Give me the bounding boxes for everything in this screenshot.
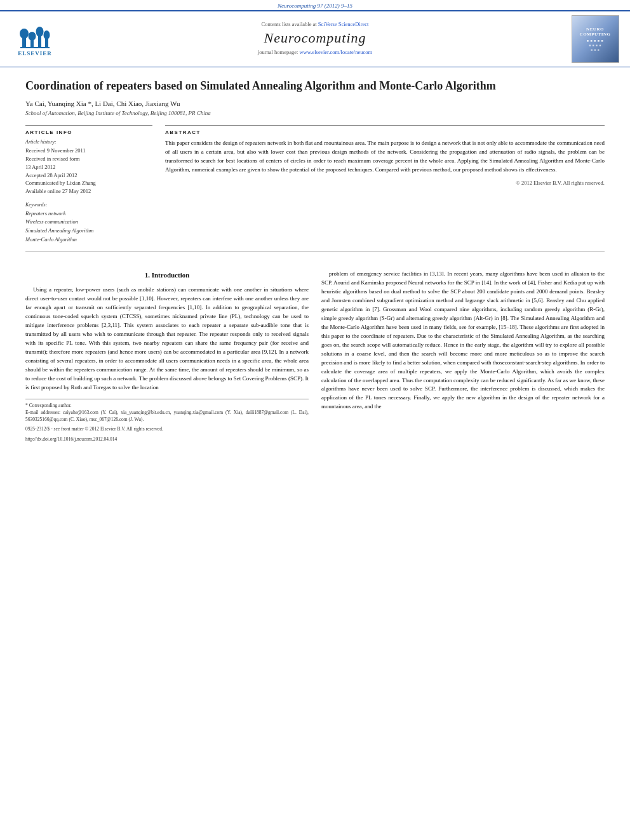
elsevier-logo-area: ELSEVIER	[6, 22, 64, 57]
keyword-3: Simulated Annealing Algorithm	[25, 227, 152, 236]
article-main: Coordination of repeaters based on Simul…	[0, 67, 630, 270]
body-content: 1. Introduction Using a repeater, low-po…	[0, 270, 630, 443]
neurocomputing-badge: NEURO COMPUTING ■ ■ ■ ■ ■ ■ ■ ■ ■ ■ ■ ■	[572, 15, 619, 63]
doi-line: http://dx.doi.org/10.1016/j.neucom.2012.…	[25, 436, 309, 443]
abstract-section: ABSTRACT This paper considers the design…	[165, 125, 605, 186]
section1-title: 1. Introduction	[25, 270, 309, 281]
abstract-label: ABSTRACT	[165, 130, 605, 135]
received-date: Received 9 November 2011	[25, 147, 152, 155]
svg-point-7	[44, 30, 50, 39]
copyright-line: © 2012 Elsevier B.V. All rights reserved…	[165, 180, 605, 186]
journal-title: Neurocomputing	[70, 30, 560, 46]
article-info-column: ARTICLE INFO Article history: Received 9…	[25, 125, 152, 244]
sciverse-link[interactable]: SciVerse ScienceDirect	[318, 21, 369, 27]
neurocomputing-badge-area: NEURO COMPUTING ■ ■ ■ ■ ■ ■ ■ ■ ■ ■ ■ ■	[566, 15, 624, 63]
intro-para-1: Using a repeater, low-power users (such …	[25, 286, 309, 392]
history-label: Article history:	[25, 139, 152, 145]
contents-line: Contents lists available at SciVerse Sci…	[70, 21, 560, 27]
journal-citation: Neurocomputing 97 (2012) 9–15	[0, 0, 630, 10]
header-center: Contents lists available at SciVerse Sci…	[70, 21, 560, 58]
article-info-section: ARTICLE INFO Article history: Received 9…	[25, 125, 152, 244]
footnotes: * Corresponding author. E-mail addresses…	[25, 399, 309, 443]
abstract-text: This paper considers the design of repea…	[165, 139, 605, 175]
article-authors: Ya Cai, Yuanqing Xia *, Li Dai, Chi Xiao…	[25, 100, 605, 107]
intro-para-2: problem of emergency service facilities …	[321, 270, 605, 411]
elsevier-tree-icon	[19, 25, 51, 49]
revised-label: Received in revised form	[25, 155, 152, 163]
badge-title: NEURO	[586, 27, 604, 32]
section-divider	[25, 251, 605, 252]
keyword-4: Monte-Carlo Algorithm	[25, 236, 152, 244]
issn-line: 0925-2312/$ - see front matter © 2012 El…	[25, 425, 309, 433]
body-col-right: problem of emergency service facilities …	[321, 270, 605, 443]
article-affiliation: School of Automation, Beijing Institute …	[25, 110, 605, 116]
keywords-section: Keywords: Repeaters network Wireless com…	[25, 202, 152, 244]
svg-point-5	[36, 27, 44, 37]
article-info-label: ARTICLE INFO	[25, 130, 152, 135]
keywords-label: Keywords:	[25, 202, 152, 208]
svg-point-1	[20, 29, 29, 39]
accepted-date: Accepted 28 April 2012	[25, 171, 152, 180]
body-col-right-text: problem of emergency service facilities …	[321, 270, 605, 411]
elsevier-logo: ELSEVIER	[10, 22, 60, 57]
article-title: Coordination of repeaters based on Simul…	[25, 79, 605, 93]
body-col-left: 1. Introduction Using a repeater, low-po…	[25, 270, 309, 443]
keyword-1: Repeaters network	[25, 210, 152, 218]
badge-title2: COMPUTING	[580, 32, 611, 37]
email-addresses: E-mail addresses: caiyahe@163.com (Y. Ca…	[25, 409, 309, 423]
journal-citation-text: Neurocomputing 97 (2012) 9–15	[278, 3, 352, 9]
keyword-2: Wireless communication	[25, 218, 152, 227]
available-online: Available online 27 May 2012	[25, 187, 152, 196]
corresponding-author: * Corresponding author.	[25, 402, 309, 409]
communicated-by: Communicated by Lixian Zhang	[25, 179, 152, 187]
page-wrapper: Neurocomputing 97 (2012) 9–15	[0, 0, 630, 840]
svg-rect-8	[20, 47, 50, 48]
abstract-column: ABSTRACT This paper considers the design…	[165, 125, 605, 244]
journal-header: ELSEVIER Contents lists available at Sci…	[0, 10, 630, 67]
svg-point-3	[29, 32, 36, 41]
revised-date: 13 April 2012	[25, 163, 152, 171]
homepage-link[interactable]: www.elsevier.com/locate/neucom	[299, 49, 372, 55]
elsevier-wordmark: ELSEVIER	[18, 50, 52, 57]
homepage-line: journal homepage: www.elsevier.com/locat…	[70, 49, 560, 55]
article-info-abstract: ARTICLE INFO Article history: Received 9…	[25, 125, 605, 244]
body-col-left-text: Using a repeater, low-power users (such …	[25, 286, 309, 392]
